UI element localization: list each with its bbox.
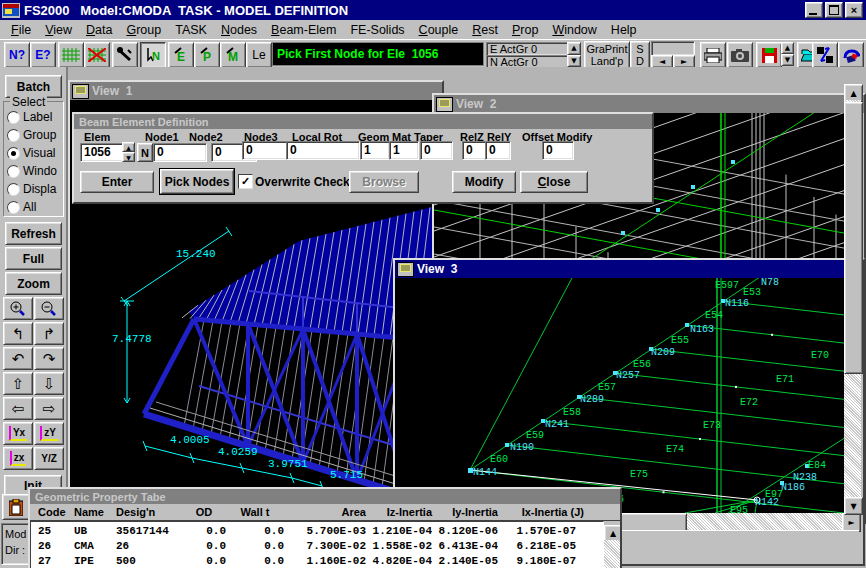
sd-toggle-button[interactable]: SD [630,41,650,69]
dialog-titlebar[interactable]: Beam Element Definition [74,114,652,129]
view3-titlebar[interactable]: View 3 [395,260,863,278]
grid-off-button[interactable] [84,42,110,68]
axis-view-button-yz[interactable]: Y/Z [34,447,64,470]
app-icon[interactable] [2,3,20,18]
rotate-pan-button-2[interactable]: ↶ [3,347,33,370]
axis-view-button-zx[interactable]: zx [3,447,33,470]
view3-canvas[interactable]: N78E597E53N116E54N163E55N209E56N257E57N2… [395,278,859,513]
menu-rest[interactable]: Rest [465,22,505,38]
menu-nodes[interactable]: Nodes [214,22,264,38]
pick-node-tool-button[interactable]: N [140,42,166,68]
rotate-pan-button-7[interactable]: ⇨ [34,397,64,420]
zoom-in-button[interactable] [3,297,33,320]
menu-data[interactable]: Data [79,22,119,38]
close-button[interactable]: × [845,2,863,18]
enter-button[interactable]: Enter [80,171,154,193]
menu-help[interactable]: Help [604,22,644,38]
minimize-button[interactable] [805,2,823,18]
view3-title: View 3 [417,262,457,276]
table-vscrollbar[interactable]: ▲ [604,521,620,568]
taper-field[interactable]: 0 [420,141,453,160]
menu-window[interactable]: Window [545,22,603,38]
col-header: Area [284,506,366,518]
select-option-group[interactable]: Group [4,126,63,144]
node1-field[interactable]: 0 [153,143,207,162]
element-label: E54 [705,311,723,321]
menu-task[interactable]: TASK [168,22,214,38]
select-option-windo[interactable]: Windo [4,162,63,180]
clipboard-button[interactable] [2,494,30,520]
maximize-button[interactable] [825,2,843,18]
elem-spinner[interactable]: ▲▼ [122,142,135,162]
vertical-scrollbar[interactable]: ▲ ▼ [844,84,861,513]
dialog-close-button[interactable]: Close [520,171,588,193]
axis-view-button-zy[interactable]: zY [34,422,64,445]
menu-prop[interactable]: Prop [505,22,545,38]
rotate-pan-button-3[interactable]: ↷ [34,347,64,370]
element-tool-button[interactable]: E [168,42,194,68]
table-titlebar[interactable]: Geometric Property Tabe [30,489,620,504]
rotate-pan-button-6[interactable]: ⇦ [3,397,33,420]
print-button[interactable] [700,42,726,68]
element-query-button[interactable]: E? [30,42,56,68]
zoom-button[interactable]: Zoom [5,272,62,295]
menu-group[interactable]: Group [119,22,168,38]
view-window-icon [397,262,414,277]
spin-down-icon[interactable]: ▼ [567,55,581,68]
table-row[interactable]: 25UB356171440.00.05.700E-031.210E-048.12… [38,523,603,538]
element-active-group-field[interactable]: E ActGr 0 [486,42,569,56]
view2-titlebar[interactable]: View 2 [434,95,864,113]
spin-up-icon[interactable]: ▲ [567,42,581,55]
view1-titlebar[interactable]: View 1 [70,82,442,100]
elem-field[interactable]: 1056 [80,143,124,162]
offset-field[interactable]: 0 [542,141,574,160]
mat-field[interactable]: 1 [389,141,419,160]
select-option-all[interactable]: All [4,198,63,216]
rotate-pan-button-4[interactable]: ⇧ [3,372,33,395]
n-toggle-button[interactable]: N [137,143,153,162]
tools-button[interactable] [112,42,138,68]
menu-beam-elem[interactable]: Beam-Elem [264,22,343,38]
select-option-displa[interactable]: Displa [4,180,63,198]
view-window-icon [436,97,453,112]
material-tool-button[interactable]: M [220,42,246,68]
tile-views-button[interactable] [812,42,838,68]
col-header: Ix-Inertia (J) [498,506,584,518]
browse-button[interactable]: Browse [349,171,419,193]
table-row[interactable]: 26CMA260.00.07.300E-021.558E-026.413E-04… [38,538,603,553]
rely-field[interactable]: 0 [485,141,511,160]
node-query-button[interactable]: N? [4,42,30,68]
select-option-label[interactable]: Label [4,108,63,126]
vscroll-thumb[interactable] [844,102,863,374]
menu-couple[interactable]: Couple [412,22,466,38]
full-button[interactable]: Full [5,247,62,270]
rotate-pan-button-0[interactable]: ↰ [3,322,33,345]
menu-fe-solids[interactable]: FE-Solids [343,22,411,38]
rotate-pan-button-1[interactable]: ↱ [34,322,64,345]
save-button[interactable] [756,42,782,68]
menu-view[interactable]: View [38,22,79,38]
local-rot-field[interactable]: 0 [286,141,360,160]
rotate-pan-button-5[interactable]: ⇩ [34,372,64,395]
length-button[interactable]: Le [246,42,272,68]
save-icon [762,48,777,63]
grid-on-button[interactable] [58,42,84,68]
actgr-spinner[interactable]: ▲ ▼ [567,42,581,67]
overwrite-checkbox[interactable]: ✓ [238,174,253,189]
graprint-button[interactable]: GraPrintLand'p [584,41,630,69]
modify-button[interactable]: Modify [452,171,516,193]
refresh-paint-button[interactable] [838,42,864,68]
select-option-visual[interactable]: Visual [4,144,63,162]
vscroll-down-icon[interactable]: ▼ [844,497,863,515]
pick-nodes-button[interactable]: Pick Nodes [160,169,234,194]
table-row[interactable]: 27IPE5000.00.01.160E-024.820E-042.140E-0… [38,553,603,568]
capture-button[interactable] [727,42,753,68]
axis-view-button-yx[interactable]: Yx [3,422,33,445]
zoom-out-button[interactable] [34,297,64,320]
save-spinner[interactable]: ▲▼ [781,42,794,66]
geom-field[interactable]: 1 [360,141,390,160]
refresh-button[interactable]: Refresh [5,222,62,245]
property-tool-button[interactable]: P [194,42,220,68]
view-number-field[interactable] [651,41,695,56]
menu-file[interactable]: File [4,22,38,38]
